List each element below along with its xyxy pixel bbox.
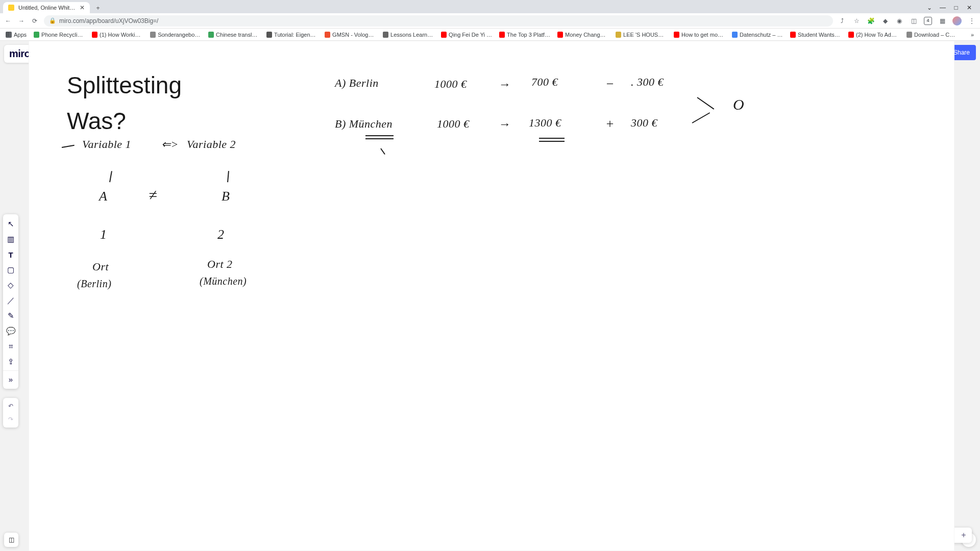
handwriting: 700 € [531, 76, 558, 89]
handwriting: O [733, 96, 744, 113]
arrow-icon: → [498, 78, 511, 91]
maximize-icon[interactable]: □ [952, 4, 960, 11]
brace-stroke [692, 112, 710, 123]
whiteboard-canvas[interactable]: Splittesting Was? Variable 1 ⇐> Variable… [29, 41, 954, 551]
new-tab-button[interactable]: + [93, 3, 103, 13]
handwriting: Ort [92, 260, 109, 273]
tab-count-badge[interactable]: 4 [924, 17, 932, 25]
handwriting: A) Berlin [335, 77, 379, 90]
handwriting: (Berlin) [77, 278, 111, 290]
bookmark-item[interactable]: Qing Fei De Yi - Y… [438, 32, 495, 38]
bookmark-item[interactable]: Sonderangebot |… [148, 32, 204, 38]
window-controls: ⌄ — □ ✕ [926, 4, 977, 13]
bookmark-item[interactable]: Tutorial: Eigene Fa… [264, 32, 320, 38]
extension-icon-4[interactable]: ◫ [910, 17, 918, 25]
brace-stroke [697, 97, 714, 110]
sticky-tool-icon[interactable]: ▢ [3, 262, 18, 278]
templates-tool-icon[interactable]: ▥ [3, 232, 18, 247]
share-url-icon[interactable]: ⤴ [838, 17, 846, 25]
heading-splittesting[interactable]: Splittesting [67, 71, 182, 99]
handwriting: B) München [335, 117, 393, 131]
star-icon[interactable]: ☆ [852, 17, 861, 25]
underline [539, 141, 565, 142]
underline [365, 135, 394, 136]
bookmark-item[interactable]: GMSN - Vologda,… [322, 32, 378, 38]
handwriting: − [605, 77, 615, 92]
line-tool-icon[interactable]: ／ [3, 293, 18, 308]
url-text: miro.com/app/board/uXjVOw03Big=/ [59, 17, 158, 24]
lock-icon: 🔒 [49, 17, 56, 24]
apps-button[interactable]: ⠿Apps [3, 32, 29, 38]
profile-avatar[interactable] [952, 16, 962, 26]
shape-tool-icon[interactable]: ◇ [3, 278, 18, 293]
tick-mark [227, 171, 229, 182]
bookmark-item[interactable]: Lessons Learned f… [380, 32, 436, 38]
bookmark-item[interactable]: Datenschutz – Re… [729, 32, 786, 38]
tab-title: Untitled, Online Whiteboard fo [18, 5, 76, 11]
omnibox[interactable]: 🔒 miro.com/app/board/uXjVOw03Big=/ [44, 15, 833, 27]
handwriting: Variable 2 [187, 138, 236, 151]
handwriting: + [605, 116, 615, 132]
handwriting: . 300 € [631, 76, 664, 89]
handwriting: B [222, 189, 230, 204]
more-tools-icon[interactable]: » [3, 370, 18, 387]
back-button[interactable]: ← [4, 17, 12, 25]
extension-icon-2[interactable]: ◆ [881, 17, 889, 25]
handwriting: 1000 € [434, 78, 467, 91]
select-tool-icon[interactable]: ↖ [3, 216, 18, 232]
minimize-icon[interactable]: — [939, 4, 946, 11]
handwriting: 1 [100, 227, 107, 242]
close-window-icon[interactable]: ✕ [966, 4, 973, 11]
bookmark-item[interactable]: Phone Recycling,… [31, 32, 87, 38]
pen-tool-icon[interactable]: ✎ [3, 308, 18, 323]
extension-icon-3[interactable]: ◉ [895, 17, 903, 25]
tick-mark [109, 171, 112, 182]
browser-tabstrip: Untitled, Online Whiteboard fo ✕ + ⌄ — □… [0, 0, 980, 13]
extension-icon-5[interactable]: ▦ [938, 17, 946, 25]
bookmark-item[interactable]: (2) How To Add A… [846, 32, 902, 38]
favicon-icon [8, 5, 14, 11]
bookmark-item[interactable]: Download – Cooki… [904, 32, 960, 38]
handwriting: (München) [200, 276, 247, 287]
bookmark-item[interactable]: (1) How Working a… [89, 32, 145, 38]
heading-was[interactable]: Was? [67, 107, 126, 135]
chevron-down-icon[interactable]: ⌄ [926, 4, 933, 11]
underline [539, 138, 565, 139]
browser-tab[interactable]: Untitled, Online Whiteboard fo ✕ [3, 2, 90, 13]
forward-button[interactable]: → [17, 17, 26, 25]
text-tool-icon[interactable]: T [3, 247, 18, 262]
comment-tool-icon[interactable]: 💬 [3, 323, 18, 339]
bookmark-item[interactable]: The Top 3 Platfor… [497, 32, 553, 38]
bookmark-item[interactable]: Money Changes E… [555, 32, 611, 38]
underline [365, 138, 394, 139]
bookmarks-bar: ⠿Apps Phone Recycling,… (1) How Working … [0, 29, 980, 41]
extension-icon[interactable]: 🧩 [867, 17, 875, 25]
handwriting: 300 € [631, 116, 657, 130]
frame-tool-icon[interactable]: ⌗ [3, 339, 18, 354]
handwriting: ⇐> [161, 138, 179, 151]
tick-mark [380, 148, 385, 155]
arrow-icon: → [498, 117, 511, 131]
bookmark-overflow-icon[interactable]: » [968, 32, 977, 38]
bookmark-item[interactable]: How to get more v… [671, 32, 727, 38]
zoom-in-button[interactable]: + [957, 531, 971, 540]
reload-button[interactable]: ⟳ [31, 17, 39, 25]
bookmark-item[interactable]: Chinese translatio… [206, 32, 262, 38]
minimap-button[interactable]: ◫ [4, 533, 18, 547]
handwriting: 1000 € [437, 117, 470, 131]
kebab-menu-icon[interactable]: ⋮ [968, 17, 976, 25]
undo-icon[interactable]: ↶ [3, 399, 18, 413]
close-tab-icon[interactable]: ✕ [80, 5, 85, 11]
bookmark-item[interactable]: Student Wants an… [788, 32, 844, 38]
bookmark-item[interactable]: LEE 'S HOUSE—… [613, 32, 669, 38]
undo-redo-toolbar: ↶ ↷ [3, 398, 18, 428]
miro-app: miro free* Untitled ☆ ⚙ 🔔 ⤴ 🔍 ↻ › ⏱ ▭ 💬 … [0, 41, 980, 551]
handwriting: Variable 1 [82, 138, 131, 151]
handwriting: ≠ [149, 186, 157, 204]
upload-tool-icon[interactable]: ⇪ [3, 354, 18, 369]
handwriting: 1300 € [529, 116, 561, 130]
redo-icon[interactable]: ↷ [3, 413, 18, 426]
dash-mark [62, 145, 75, 148]
handwriting: 2 [217, 227, 225, 242]
left-toolbar: ↖ ▥ T ▢ ◇ ／ ✎ 💬 ⌗ ⇪ » [3, 214, 18, 389]
